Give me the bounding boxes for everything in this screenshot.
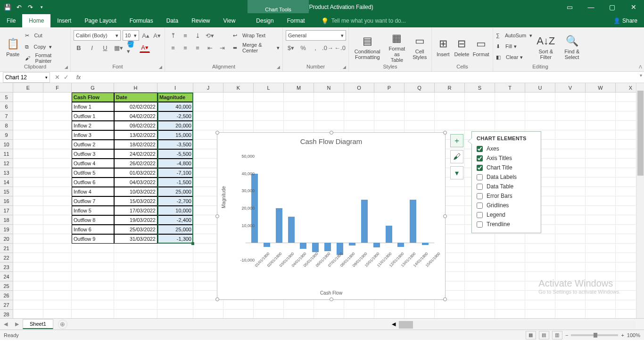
cell[interactable]: 24/02/2022 <box>114 149 157 159</box>
format-painter-button[interactable]: 🖌 Format Painter <box>25 53 67 63</box>
cell[interactable] <box>555 262 586 272</box>
cell[interactable] <box>586 93 616 102</box>
cell[interactable] <box>72 291 114 300</box>
cell[interactable]: 17/03/2022 <box>114 206 157 215</box>
zoom-slider[interactable] <box>571 334 618 336</box>
cell[interactable] <box>13 149 43 159</box>
cell[interactable] <box>465 244 495 253</box>
cell[interactable]: 25/03/2022 <box>114 225 157 234</box>
cell[interactable] <box>586 244 616 253</box>
autosum-button[interactable]: ∑ AutoSum ▾ <box>496 30 532 41</box>
cell[interactable] <box>114 310 157 318</box>
cell[interactable]: Date <box>114 93 157 102</box>
cell[interactable]: Outflow 2 <box>72 140 114 149</box>
tab-file[interactable]: File <box>0 14 22 27</box>
cell[interactable] <box>495 234 525 244</box>
column-header[interactable]: R <box>435 83 465 93</box>
select-all-corner[interactable] <box>0 83 13 93</box>
cell[interactable] <box>465 102 495 111</box>
cell[interactable]: Cash Flow <box>72 93 114 102</box>
cell[interactable] <box>223 102 254 111</box>
chart-resize-handle[interactable] <box>215 297 219 301</box>
cell[interactable] <box>374 121 405 130</box>
cell[interactable] <box>157 262 193 272</box>
chart-x-axis-title[interactable]: Cash Flow <box>217 290 445 296</box>
cell[interactable] <box>586 262 616 272</box>
cell[interactable] <box>586 234 616 244</box>
chart-element-option[interactable]: Data Table <box>477 182 536 191</box>
cell[interactable] <box>405 102 435 111</box>
cell[interactable] <box>586 168 616 178</box>
cell[interactable]: 04/03/2022 <box>114 178 157 187</box>
merge-center-button[interactable]: ⬌ Merge & Center ▾ <box>233 42 280 53</box>
row-header[interactable]: 19 <box>0 225 13 234</box>
cancel-formula-icon[interactable]: ✕ <box>55 74 60 81</box>
cell[interactable] <box>435 93 465 102</box>
cell[interactable] <box>465 310 495 318</box>
cell[interactable]: -2,700 <box>157 196 193 206</box>
cell[interactable] <box>374 310 405 318</box>
cell[interactable] <box>13 130 43 140</box>
cell[interactable] <box>314 102 344 111</box>
cell[interactable] <box>495 291 525 300</box>
cell[interactable] <box>43 111 72 121</box>
cell[interactable] <box>495 102 525 111</box>
accounting-format-icon[interactable]: $▾ <box>286 42 296 53</box>
chart-bar[interactable] <box>264 243 270 247</box>
row-header[interactable]: 25 <box>0 281 13 291</box>
cell[interactable] <box>114 262 157 272</box>
row-header[interactable]: 7 <box>0 111 13 121</box>
column-headers[interactable]: EFGHIJKLMNOPQRSTUVWX <box>13 83 644 93</box>
cell[interactable] <box>525 102 555 111</box>
cell[interactable] <box>13 300 43 310</box>
format-cells-button[interactable]: ▭Format <box>472 29 490 64</box>
row-header[interactable]: 6 <box>0 102 13 111</box>
chart-element-checkbox[interactable] <box>477 193 483 199</box>
cell[interactable]: 01/03/2022 <box>114 168 157 178</box>
cell[interactable] <box>586 196 616 206</box>
horizontal-scrollbar[interactable]: ◀ <box>390 321 636 329</box>
cell[interactable] <box>13 168 43 178</box>
cell[interactable]: Outlfow 5 <box>72 168 114 178</box>
chart-bar[interactable] <box>288 217 295 243</box>
cell[interactable] <box>284 121 314 130</box>
chart-element-checkbox[interactable] <box>477 212 483 218</box>
chart-bar[interactable] <box>361 200 368 243</box>
conditional-formatting-button[interactable]: ▤Conditional Formatting <box>352 29 383 64</box>
cell[interactable] <box>43 196 72 206</box>
cell[interactable]: 26/02/2022 <box>114 159 157 168</box>
column-header[interactable]: G <box>72 83 114 93</box>
cell[interactable] <box>374 111 405 121</box>
cell[interactable] <box>525 234 555 244</box>
underline-button[interactable]: U <box>100 42 110 53</box>
tab-view[interactable]: View <box>217 14 242 27</box>
align-left-icon[interactable]: ≡ <box>168 42 178 53</box>
row-header[interactable]: 13 <box>0 168 13 178</box>
cell[interactable] <box>254 121 284 130</box>
cell[interactable] <box>43 206 72 215</box>
cell[interactable] <box>43 215 72 225</box>
chart-bar[interactable] <box>349 243 355 245</box>
cell[interactable] <box>193 111 223 121</box>
row-header[interactable]: 15 <box>0 187 13 196</box>
cell[interactable] <box>495 310 525 318</box>
orientation-icon[interactable]: ⟲▾ <box>205 30 215 41</box>
cell[interactable] <box>495 262 525 272</box>
cell[interactable] <box>586 178 616 187</box>
cell[interactable] <box>72 244 114 253</box>
chart-plot-area[interactable] <box>246 156 434 265</box>
column-header[interactable]: J <box>193 83 223 93</box>
normal-view-button[interactable]: ▦ <box>526 331 536 339</box>
cell[interactable] <box>13 281 43 291</box>
row-header[interactable]: 9 <box>0 130 13 140</box>
cell[interactable] <box>586 159 616 168</box>
cell[interactable] <box>157 253 193 262</box>
cell[interactable] <box>13 196 43 206</box>
fill-button[interactable]: ⬇ Fill▾ <box>496 41 532 51</box>
copy-button[interactable]: ⧉ Copy ▾ <box>25 42 67 52</box>
selection-fill-handle[interactable] <box>191 242 194 245</box>
cell[interactable] <box>586 291 616 300</box>
cell[interactable] <box>114 281 157 291</box>
chart-bar[interactable] <box>397 243 404 247</box>
cell[interactable] <box>72 253 114 262</box>
